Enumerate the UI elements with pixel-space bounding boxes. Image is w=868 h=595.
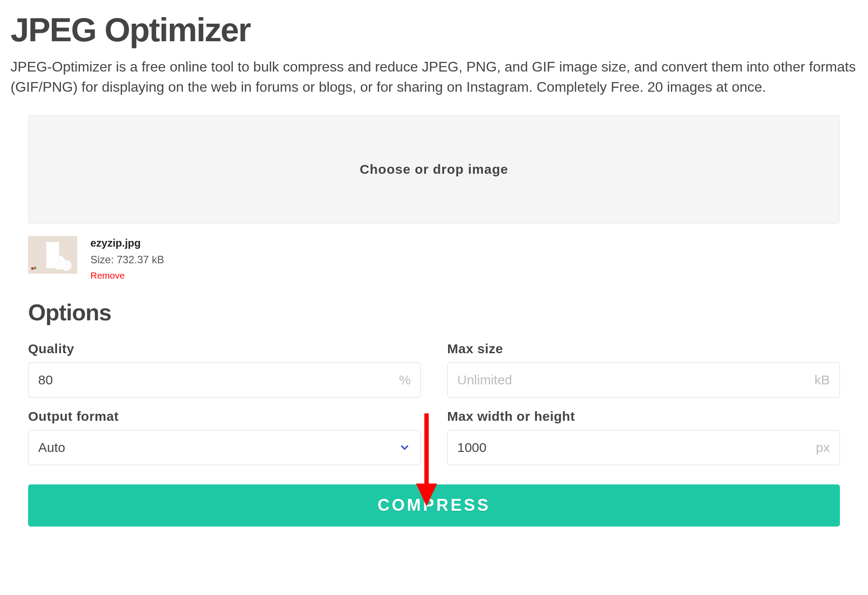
output-format-field: Output format Auto [28, 409, 421, 465]
file-size: Size: 732.37 kB [90, 254, 164, 266]
output-format-select[interactable]: Auto [28, 430, 421, 465]
chevron-down-icon [398, 441, 411, 454]
output-format-value: Auto [38, 440, 398, 455]
remove-file-link[interactable]: Remove [90, 270, 125, 281]
quality-input[interactable] [38, 373, 399, 387]
max-size-field: Max size kB [447, 341, 840, 398]
file-name: ezyzip.jpg [90, 237, 164, 249]
output-format-label: Output format [28, 409, 421, 424]
quality-field: Quality % [28, 341, 421, 398]
quality-suffix: % [399, 373, 411, 387]
page-title: JPEG Optimizer [11, 11, 857, 49]
max-size-suffix: kB [814, 373, 830, 387]
max-dim-suffix: px [816, 440, 830, 455]
max-dim-field: Max width or height px [447, 409, 840, 465]
max-dim-label: Max width or height [447, 409, 840, 424]
file-thumbnail [28, 236, 77, 274]
max-dim-input[interactable] [457, 440, 816, 455]
upload-dropzone[interactable]: Choose or drop image [28, 115, 840, 224]
max-size-input[interactable] [457, 373, 814, 387]
page-subtitle: JPEG-Optimizer is a free online tool to … [11, 57, 857, 97]
file-item: ezyzip.jpg Size: 732.37 kB Remove [28, 236, 840, 281]
compress-button[interactable]: COMPRESS [28, 484, 840, 527]
quality-control: % [28, 362, 421, 398]
max-size-label: Max size [447, 341, 840, 356]
quality-label: Quality [28, 341, 421, 356]
dropzone-label: Choose or drop image [360, 162, 508, 177]
options-heading: Options [28, 299, 840, 326]
max-dim-control: px [447, 430, 840, 465]
max-size-control: kB [447, 362, 840, 398]
